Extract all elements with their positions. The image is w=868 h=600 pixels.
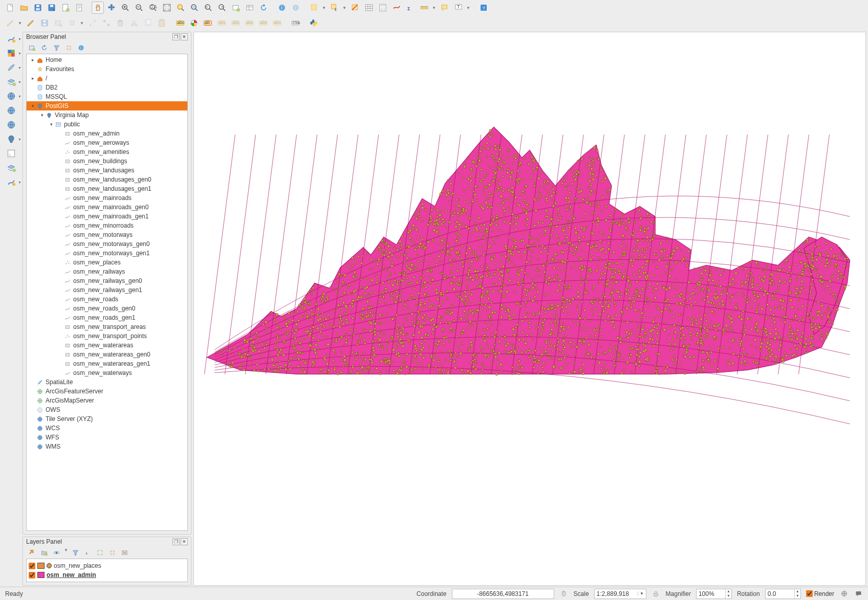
tree-item[interactable]: MSSQL bbox=[27, 92, 187, 101]
tree-item[interactable]: WCS bbox=[27, 424, 187, 433]
save-project-button[interactable] bbox=[32, 2, 44, 14]
layer-labeling-button[interactable] bbox=[174, 17, 186, 29]
map-canvas[interactable] bbox=[193, 32, 866, 586]
tree-item[interactable]: osm_new_buildings bbox=[27, 157, 187, 166]
panel-close-button[interactable]: ✕ bbox=[181, 33, 188, 40]
open-attribute-table-button[interactable] bbox=[363, 2, 375, 14]
show-bookmarks-button[interactable] bbox=[244, 2, 256, 14]
tree-item[interactable]: osm_new_railways_gen1 bbox=[27, 285, 187, 295]
tree-item[interactable]: osm_new_minorroads bbox=[27, 221, 187, 230]
tree-item[interactable]: ▾public bbox=[27, 120, 187, 129]
tree-twisty[interactable]: ▾ bbox=[39, 113, 45, 118]
tree-item[interactable]: osm_new_motorways_gen0 bbox=[27, 239, 187, 249]
collapse-all-icon[interactable] bbox=[108, 548, 117, 557]
field-calculator-button[interactable] bbox=[377, 2, 389, 14]
tree-item[interactable]: ArcGisFeatureServer bbox=[27, 387, 187, 396]
tree-item[interactable]: osm_new_waterareas bbox=[27, 341, 187, 350]
help-button[interactable] bbox=[478, 2, 490, 14]
collapse-all-icon[interactable] bbox=[64, 43, 73, 52]
measure-dropdown[interactable]: ▼ bbox=[432, 6, 437, 10]
filter-expression-icon[interactable]: ε bbox=[83, 548, 93, 557]
tree-item[interactable]: osm_new_motorways bbox=[27, 230, 187, 239]
zoom-next-button[interactable] bbox=[216, 2, 228, 14]
new-shapefile-button[interactable] bbox=[4, 162, 18, 174]
add-raster-layer-button[interactable]: ▼ bbox=[4, 47, 18, 59]
zoom-selection-button[interactable] bbox=[175, 2, 187, 14]
tree-item[interactable]: osm_new_transport_areas bbox=[27, 322, 187, 331]
add-delimited-text-button[interactable]: , bbox=[4, 147, 18, 160]
layout-manager-button[interactable] bbox=[73, 2, 85, 14]
new-geometry-layer-button[interactable]: ▼ bbox=[4, 176, 18, 188]
add-wcs-layer-button[interactable] bbox=[4, 104, 18, 117]
tree-item[interactable]: Tile Server (XYZ) bbox=[27, 414, 187, 424]
select-by-expression-button[interactable] bbox=[329, 2, 341, 14]
tree-item[interactable]: osm_new_amenities bbox=[27, 147, 187, 157]
remove-layer-icon[interactable] bbox=[120, 548, 129, 557]
tree-item[interactable]: osm_new_aeroways bbox=[27, 138, 187, 147]
annot-dropdown[interactable]: ▼ bbox=[466, 6, 471, 10]
zoom-native-button[interactable] bbox=[147, 2, 159, 14]
add-spatialite-layer-button[interactable]: ▼ bbox=[4, 61, 18, 74]
zoom-in-button[interactable] bbox=[119, 2, 132, 14]
new-project-button[interactable] bbox=[4, 2, 16, 14]
zoom-layer-button[interactable] bbox=[188, 2, 201, 14]
layer-item[interactable]: osm_new_admin bbox=[29, 570, 185, 580]
deselect-all-button[interactable] bbox=[349, 2, 361, 14]
tree-item[interactable]: ▾Virginia Map bbox=[27, 110, 187, 120]
expand-all-icon[interactable] bbox=[96, 548, 105, 557]
tree-item[interactable]: osm_new_mainroads bbox=[27, 193, 187, 203]
refresh-button[interactable] bbox=[257, 2, 270, 14]
tree-item[interactable]: osm_new_waterways bbox=[27, 368, 187, 377]
tree-item[interactable]: osm_new_landusages_gen0 bbox=[27, 175, 187, 184]
filter-browser-icon[interactable] bbox=[52, 43, 61, 52]
add-virtual-layer-button[interactable]: ▼ bbox=[4, 76, 18, 88]
tree-item[interactable]: osm_new_landusages bbox=[27, 166, 187, 175]
highlight-pinned-labels-button[interactable]: ab bbox=[202, 17, 214, 29]
select-features-button[interactable] bbox=[308, 2, 320, 14]
filter-legend-icon[interactable] bbox=[71, 548, 80, 557]
identify-button[interactable] bbox=[276, 2, 288, 14]
tree-twisty[interactable]: ▸ bbox=[30, 57, 36, 62]
add-group-icon[interactable] bbox=[39, 548, 49, 557]
zoom-full-button[interactable] bbox=[161, 2, 173, 14]
tree-item[interactable]: ▸Home bbox=[27, 55, 187, 64]
select-dropdown[interactable]: ▼ bbox=[322, 6, 327, 10]
new-map-view-button[interactable] bbox=[230, 2, 242, 14]
layer-labeling-toolbar-icon[interactable] bbox=[390, 2, 403, 14]
tree-item[interactable]: osm_new_motorways_gen1 bbox=[27, 249, 187, 258]
pan-button[interactable] bbox=[92, 2, 104, 14]
tree-item[interactable]: ArcGisMapServer bbox=[27, 396, 187, 405]
tree-item[interactable]: OWS bbox=[27, 405, 187, 414]
tree-item[interactable]: osm_new_mainroads_gen0 bbox=[27, 203, 187, 212]
properties-widget-icon[interactable] bbox=[76, 43, 85, 52]
style-dock-icon[interactable] bbox=[27, 548, 36, 557]
tree-item[interactable]: WMS bbox=[27, 442, 187, 451]
rotation-spinbox[interactable]: ▲▼ bbox=[765, 589, 801, 599]
tree-item[interactable]: ▸/ bbox=[27, 74, 187, 83]
layer-diagram-button[interactable] bbox=[188, 17, 200, 29]
panel-close-button[interactable]: ✕ bbox=[181, 538, 188, 545]
new-print-layout-button[interactable] bbox=[59, 2, 72, 14]
tree-item[interactable]: osm_new_railways bbox=[27, 267, 187, 276]
tree-item[interactable]: SpatiaLite bbox=[27, 377, 187, 387]
manage-visibility-icon[interactable] bbox=[52, 548, 61, 557]
text-annotation-button[interactable] bbox=[452, 2, 465, 14]
tree-item[interactable]: osm_new_mainroads_gen1 bbox=[27, 212, 187, 221]
tree-item[interactable]: osm_new_places bbox=[27, 258, 187, 267]
layer-visibility-checkbox[interactable] bbox=[29, 563, 35, 569]
tree-item[interactable]: osm_new_roads_gen1 bbox=[27, 313, 187, 322]
tree-item[interactable]: osm_new_landusages_gen1 bbox=[27, 184, 187, 193]
tree-item[interactable]: DB2 bbox=[27, 83, 187, 92]
statistics-button[interactable] bbox=[404, 2, 417, 14]
coordinate-input[interactable] bbox=[452, 589, 554, 599]
scale-dropdown-icon[interactable]: ▼ bbox=[638, 591, 646, 596]
tree-twisty[interactable]: ▾ bbox=[48, 122, 54, 127]
tree-item[interactable]: osm_new_roads_gen0 bbox=[27, 304, 187, 313]
map-tips-button[interactable] bbox=[439, 2, 451, 14]
selexpr-dropdown[interactable]: ▼ bbox=[342, 6, 348, 10]
measure-button[interactable] bbox=[418, 2, 430, 14]
panel-undock-button[interactable]: ❐ bbox=[172, 538, 180, 545]
tree-item[interactable]: osm_new_waterareas_gen1 bbox=[27, 359, 187, 368]
add-wms-layer-button[interactable]: ▼ bbox=[4, 90, 18, 102]
zoom-out-button[interactable] bbox=[133, 2, 145, 14]
